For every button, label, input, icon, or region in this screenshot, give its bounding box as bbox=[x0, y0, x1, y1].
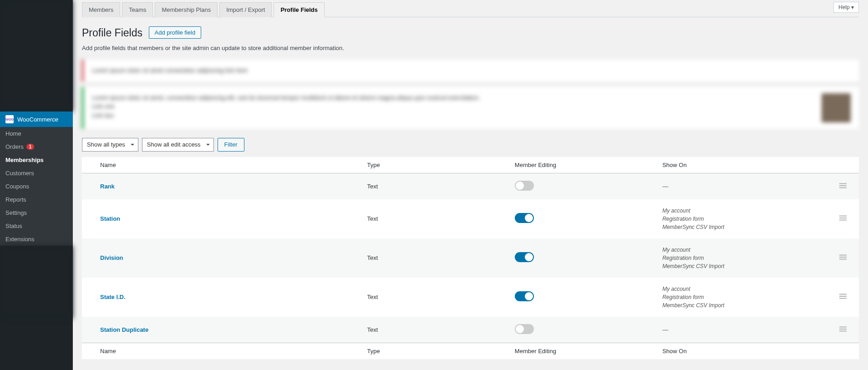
sidebar-subitem-status[interactable]: Status bbox=[0, 219, 73, 233]
show-on-cell: — bbox=[657, 317, 812, 343]
show-on-cell: — bbox=[657, 173, 812, 199]
page-description: Add profile fields that members or the s… bbox=[82, 45, 859, 51]
help-dropdown[interactable]: Help ▾ bbox=[833, 2, 859, 13]
table-row: StationTextMy accountRegistration formMe… bbox=[82, 199, 859, 238]
sidebar-subitem-label: Home bbox=[5, 130, 21, 137]
column-header-editing[interactable]: Member Editing bbox=[509, 157, 657, 173]
profile-fields-table: Name Type Member Editing Show On RankTex… bbox=[82, 157, 859, 359]
filter-button[interactable]: Filter bbox=[218, 138, 244, 152]
main-content: Help ▾ MembersTeamsMembership PlansImpor… bbox=[73, 0, 868, 370]
member-editing-toggle[interactable] bbox=[515, 181, 534, 191]
tab-profile-fields[interactable]: Profile Fields bbox=[274, 2, 325, 17]
sidebar-subitem-settings[interactable]: Settings bbox=[0, 206, 73, 219]
sidebar-subitem-label: Status bbox=[5, 223, 22, 229]
column-footer-handle bbox=[812, 343, 859, 359]
column-footer-name: Name bbox=[82, 343, 362, 359]
table-row: RankText— bbox=[82, 173, 859, 199]
column-footer-type: Type bbox=[362, 343, 509, 359]
admin-notices: Lorem ipsum dolor sit amet consectetur a… bbox=[82, 60, 859, 129]
field-name-link[interactable]: Station bbox=[100, 215, 120, 222]
sidebar-top-blurred bbox=[0, 0, 73, 112]
field-name-link[interactable]: Station Duplicate bbox=[100, 326, 148, 333]
member-editing-toggle[interactable] bbox=[515, 291, 534, 301]
show-on-cell: My accountRegistration formMemberSync CS… bbox=[657, 278, 812, 317]
sidebar-subitem-home[interactable]: Home bbox=[0, 127, 73, 140]
tab-import-export[interactable]: Import / Export bbox=[219, 2, 272, 17]
sidebar-item-label: WooCommerce bbox=[17, 116, 58, 123]
table-row: Station DuplicateText— bbox=[82, 317, 859, 343]
drag-handle-icon[interactable] bbox=[839, 216, 847, 223]
field-name-link[interactable]: Division bbox=[100, 254, 123, 261]
member-editing-toggle[interactable] bbox=[515, 252, 534, 262]
show-on-cell: My accountRegistration formMemberSync CS… bbox=[657, 199, 812, 238]
show-on-cell: My accountRegistration formMemberSync CS… bbox=[657, 238, 812, 278]
add-profile-field-button[interactable]: Add profile field bbox=[149, 26, 202, 39]
field-type-cell: Text bbox=[362, 173, 509, 199]
member-editing-toggle[interactable] bbox=[515, 324, 534, 334]
sidebar-subitem-label: Memberships bbox=[5, 157, 44, 163]
field-name-link[interactable]: State I.D. bbox=[100, 294, 126, 300]
member-editing-toggle[interactable] bbox=[515, 213, 534, 223]
sidebar-subitem-label: Extensions bbox=[5, 236, 35, 243]
notice-success-blurred: Lorem ipsum dolor sit amet, consectetur … bbox=[82, 87, 859, 129]
sidebar-bottom-blurred bbox=[0, 246, 73, 319]
sidebar-subitem-label: Reports bbox=[5, 196, 26, 203]
drag-handle-icon[interactable] bbox=[839, 294, 847, 301]
tab-teams[interactable]: Teams bbox=[122, 2, 153, 17]
field-type-cell: Text bbox=[362, 317, 509, 343]
notice-error-blurred: Lorem ipsum dolor sit amet consectetur a… bbox=[82, 60, 859, 81]
field-name-link[interactable]: Rank bbox=[100, 183, 115, 190]
filter-controls: Show all types Show all edit access Filt… bbox=[82, 138, 859, 152]
sidebar-item-woocommerce[interactable]: woo WooCommerce bbox=[0, 112, 73, 127]
column-header-handle bbox=[812, 157, 859, 173]
sidebar-subitem-label: Customers bbox=[5, 170, 34, 177]
tab-bar: MembersTeamsMembership PlansImport / Exp… bbox=[82, 2, 859, 17]
column-header-show[interactable]: Show On bbox=[657, 157, 812, 173]
sidebar-subitem-label: Settings bbox=[5, 209, 27, 216]
woocommerce-submenu: HomeOrders1MembershipsCustomersCouponsRe… bbox=[0, 127, 73, 246]
page-title: Profile Fields bbox=[82, 27, 142, 39]
tab-membership-plans[interactable]: Membership Plans bbox=[155, 2, 218, 17]
woocommerce-icon: woo bbox=[5, 115, 14, 123]
sidebar-subitem-extensions[interactable]: Extensions bbox=[0, 233, 73, 246]
column-footer-editing: Member Editing bbox=[509, 343, 657, 359]
filter-type-select[interactable]: Show all types bbox=[82, 138, 138, 152]
field-type-cell: Text bbox=[362, 278, 509, 317]
sidebar-subitem-label: Coupons bbox=[5, 183, 29, 190]
table-row: DivisionTextMy accountRegistration formM… bbox=[82, 238, 859, 278]
drag-handle-icon[interactable] bbox=[839, 255, 847, 262]
sidebar-subitem-label: Orders bbox=[5, 143, 24, 150]
sidebar-subitem-orders[interactable]: Orders1 bbox=[0, 140, 73, 153]
drag-handle-icon[interactable] bbox=[839, 183, 847, 190]
column-footer-show: Show On bbox=[657, 343, 812, 359]
sidebar-subitem-customers[interactable]: Customers bbox=[0, 167, 73, 180]
filter-access-select[interactable]: Show all edit access bbox=[142, 138, 214, 152]
field-type-cell: Text bbox=[362, 238, 509, 278]
field-type-cell: Text bbox=[362, 199, 509, 238]
sidebar-subitem-memberships[interactable]: Memberships bbox=[0, 153, 73, 167]
column-header-name[interactable]: Name bbox=[82, 157, 362, 173]
admin-sidebar: woo WooCommerce HomeOrders1MembershipsCu… bbox=[0, 0, 73, 370]
column-header-type[interactable]: Type bbox=[362, 157, 509, 173]
sidebar-subitem-coupons[interactable]: Coupons bbox=[0, 180, 73, 193]
sidebar-subitem-reports[interactable]: Reports bbox=[0, 193, 73, 206]
orders-count-badge: 1 bbox=[26, 144, 35, 150]
tab-members[interactable]: Members bbox=[82, 2, 120, 17]
drag-handle-icon[interactable] bbox=[839, 327, 847, 334]
table-row: State I.D.TextMy accountRegistration for… bbox=[82, 278, 859, 317]
